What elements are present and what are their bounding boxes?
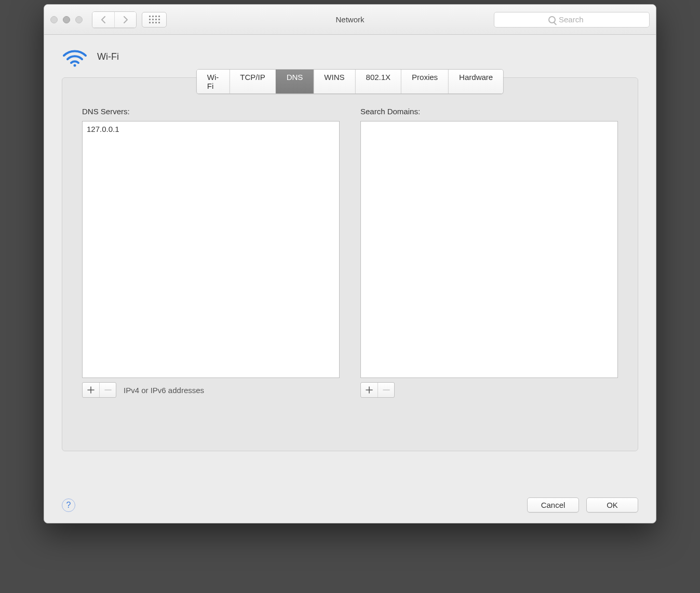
dns-servers-column: DNS Servers: 127.0.0.1 IPv4 or IPv6 addr… [82, 107, 340, 398]
plus-icon [87, 386, 95, 394]
add-search-domain-button[interactable] [361, 383, 378, 397]
search-domains-column: Search Domains: [360, 107, 618, 398]
remove-search-domain-button[interactable] [378, 383, 394, 397]
search-domains-list[interactable] [360, 121, 618, 378]
tab-dns[interactable]: DNS [276, 70, 314, 93]
dns-servers-controls: IPv4 or IPv6 addresses [82, 382, 340, 398]
nav-buttons [92, 11, 137, 28]
tab-proxies[interactable]: Proxies [401, 70, 448, 93]
minimize-window-button[interactable] [63, 16, 70, 23]
footer: ? Cancel OK [62, 497, 638, 513]
titlebar: Network [44, 5, 656, 35]
dns-server-row[interactable]: 127.0.0.1 [83, 124, 339, 134]
settings-panel: Wi-FiTCP/IPDNSWINS802.1XProxiesHardware … [62, 77, 638, 451]
search-domain-add-remove [360, 382, 395, 398]
interface-header: Wi-Fi [62, 46, 638, 67]
interface-name: Wi-Fi [97, 51, 119, 62]
tab-802-1x[interactable]: 802.1X [355, 70, 401, 93]
cancel-button[interactable]: Cancel [527, 497, 579, 513]
ok-button[interactable]: OK [586, 497, 638, 513]
tab-wi-fi[interactable]: Wi-Fi [197, 70, 230, 93]
tab-tcp-ip[interactable]: TCP/IP [229, 70, 275, 93]
search-domains-label: Search Domains: [360, 107, 618, 116]
network-preferences-window: Network Wi-Fi Wi-FiTCP/IPDNSWINS802.1XPr… [44, 4, 656, 523]
tab-hardware[interactable]: Hardware [448, 70, 503, 93]
forward-button[interactable] [114, 12, 136, 28]
add-dns-server-button[interactable] [83, 383, 99, 397]
tab-bar: Wi-FiTCP/IPDNSWINS802.1XProxiesHardware [196, 69, 504, 94]
tab-wins[interactable]: WINS [313, 70, 355, 93]
grid-icon [149, 16, 160, 23]
close-window-button[interactable] [50, 16, 58, 23]
search-input[interactable] [559, 15, 595, 24]
zoom-window-button[interactable] [75, 16, 83, 23]
search-icon [548, 16, 556, 23]
remove-dns-server-button[interactable] [99, 383, 116, 397]
help-button[interactable]: ? [62, 498, 75, 512]
back-button[interactable] [92, 12, 114, 28]
dns-servers-list[interactable]: 127.0.0.1 [82, 121, 340, 378]
dns-servers-hint: IPv4 or IPv6 addresses [124, 386, 204, 395]
dns-server-add-remove [82, 382, 116, 398]
window-controls [50, 16, 83, 23]
minus-icon [104, 386, 112, 394]
svg-point-0 [74, 64, 76, 67]
help-icon: ? [66, 501, 71, 510]
content-area: Wi-Fi Wi-FiTCP/IPDNSWINS802.1XProxiesHar… [44, 35, 656, 462]
plus-icon [366, 386, 373, 394]
dns-servers-label: DNS Servers: [82, 107, 340, 116]
dns-columns: DNS Servers: 127.0.0.1 IPv4 or IPv6 addr… [82, 107, 618, 398]
wifi-icon [62, 46, 88, 67]
search-domains-controls [360, 382, 618, 398]
search-field-wrap[interactable] [494, 12, 650, 28]
show-all-button[interactable] [142, 12, 167, 28]
minus-icon [383, 386, 390, 394]
